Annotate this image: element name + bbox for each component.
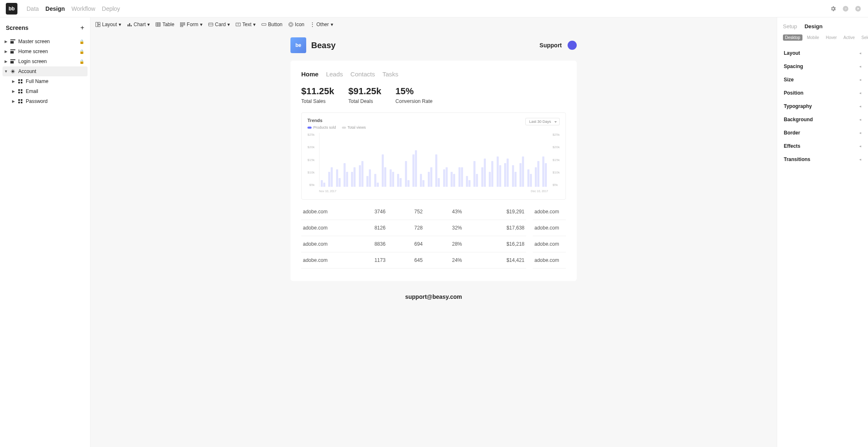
tb-other[interactable]: ⋮Other ▾ (310, 22, 333, 27)
x-end: Dec 10, 2017 (531, 190, 548, 193)
right-tab-design[interactable]: Design (805, 23, 822, 29)
tree-item-account[interactable]: ▼ Account (2, 66, 88, 76)
tb-card[interactable]: Card ▾ (208, 22, 230, 27)
svg-rect-6 (10, 51, 14, 54)
table-row[interactable]: adobe.com (533, 252, 566, 269)
device-desktop[interactable]: Desktop (783, 34, 802, 41)
play-icon[interactable] (854, 5, 862, 13)
gear-icon[interactable] (829, 5, 837, 13)
nav-data[interactable]: Data (27, 5, 39, 12)
canvas[interactable]: be Beasy Support Home Leads Contacts Tas… (290, 36, 577, 430)
add-screen-button[interactable]: + (80, 24, 84, 32)
stat-label: Total Deals (349, 98, 382, 104)
table-row[interactable]: adobe.com (533, 204, 566, 220)
tb-form[interactable]: Form ▾ (180, 22, 202, 27)
prop-section-border[interactable]: Border◂ (783, 126, 862, 139)
tree-label: Password (26, 98, 48, 104)
svg-rect-22 (96, 22, 98, 27)
stats-row: $11.25k Total Sales $91.25k Total Deals … (301, 86, 566, 104)
right-tab-setup[interactable]: Setup (783, 23, 797, 29)
tab-contacts[interactable]: Contacts (351, 71, 375, 78)
tree-item-password[interactable]: ▶ Password (0, 96, 90, 106)
tb-icon[interactable]: Icon (288, 22, 305, 27)
svg-rect-16 (18, 92, 20, 93)
svg-rect-5 (10, 49, 15, 50)
stat-conversion: 15% Conversion Rate (395, 86, 432, 104)
property-sections: Layout◂Spacing◂Size◂Position◂Typography◂… (783, 46, 862, 166)
tb-table[interactable]: Table (156, 22, 174, 27)
tree-label: Master screen (18, 39, 50, 44)
tables-row: adobe.com374675243%$19,291adobe.com81267… (301, 204, 566, 269)
device-active[interactable]: Active (841, 34, 857, 41)
prop-section-layout[interactable]: Layout◂ (783, 46, 862, 60)
svg-text:?: ? (845, 7, 847, 10)
left-panel: Screens + ▶ Master screen 🔒 ▶ Home scree… (0, 17, 90, 447)
chart-bars (319, 133, 548, 187)
grid-icon (17, 79, 23, 83)
tree-item-email[interactable]: ▶ Email (0, 86, 90, 96)
lock-icon: 🔒 (79, 39, 84, 44)
lock-icon: 🔒 (79, 49, 84, 54)
support-link[interactable]: Support (539, 42, 562, 49)
table-row[interactable]: adobe.com883669428%$16,218 (301, 236, 526, 252)
brand-name: Beasy (311, 41, 336, 50)
top-nav-links: Data Design Workflow Deploy (27, 5, 120, 12)
nav-design[interactable]: Design (46, 5, 65, 12)
tb-button[interactable]: Button (261, 22, 283, 27)
app-logo[interactable]: bb (6, 3, 17, 15)
svg-rect-26 (129, 23, 130, 27)
screen-icon (10, 49, 16, 54)
device-mobile[interactable]: Mobile (805, 34, 821, 41)
svg-rect-21 (21, 102, 22, 103)
tree-item-master[interactable]: ▶ Master screen 🔒 (0, 37, 90, 46)
tree-label: Login screen (18, 59, 47, 64)
svg-rect-14 (18, 89, 20, 91)
svg-rect-23 (98, 22, 100, 24)
device-hover[interactable]: Hover (824, 34, 839, 41)
table-row[interactable]: adobe.com812672832%$17,638 (301, 220, 526, 236)
tab-leads[interactable]: Leads (326, 71, 343, 78)
stat-value: 15% (395, 86, 432, 97)
component-toolbar: Layout ▾ Chart ▾ Table Form ▾ Card ▾ TTe… (90, 17, 777, 32)
nav-deploy[interactable]: Deploy (102, 5, 120, 12)
table-row[interactable]: adobe.com117364524%$14,421 (301, 252, 526, 269)
svg-rect-17 (21, 92, 22, 93)
tb-layout[interactable]: Layout ▾ (95, 22, 121, 27)
tree-label: Full Name (26, 78, 49, 84)
tree-item-home[interactable]: ▶ Home screen 🔒 (0, 46, 90, 56)
table-row[interactable]: adobe.com374675243%$19,291 (301, 204, 526, 220)
x-start: Nov 10, 2017 (319, 190, 336, 193)
tab-home[interactable]: Home (301, 71, 319, 78)
table-row[interactable]: adobe.com (533, 220, 566, 236)
avatar[interactable] (568, 41, 577, 50)
svg-rect-11 (21, 79, 22, 81)
table-row[interactable]: adobe.com (533, 236, 566, 252)
svg-rect-10 (18, 79, 20, 81)
tab-tasks[interactable]: Tasks (383, 71, 398, 78)
tree-item-fullname[interactable]: ▶ Full Name (0, 76, 90, 86)
svg-rect-35 (180, 26, 183, 27)
tree-item-login[interactable]: ▶ Login screen 🔒 (0, 56, 90, 66)
nav-workflow[interactable]: Workflow (71, 5, 95, 12)
dashboard-card: Home Leads Contacts Tasks $11.25k Total … (290, 61, 577, 281)
device-selected[interactable]: Selected (859, 34, 868, 41)
stat-total-deals: $91.25k Total Deals (349, 86, 382, 104)
help-icon[interactable]: ? (841, 5, 850, 13)
stat-label: Conversion Rate (395, 98, 432, 104)
tree-label: Account (18, 68, 36, 74)
prop-section-effects[interactable]: Effects◂ (783, 139, 862, 153)
screen-icon (10, 59, 16, 64)
svg-point-41 (290, 23, 292, 26)
prop-section-position[interactable]: Position◂ (783, 86, 862, 100)
prop-section-background[interactable]: Background◂ (783, 113, 862, 126)
prop-section-spacing[interactable]: Spacing◂ (783, 60, 862, 73)
tb-text[interactable]: TText ▾ (236, 22, 256, 27)
tb-chart[interactable]: Chart ▾ (127, 22, 150, 27)
prop-section-size[interactable]: Size◂ (783, 73, 862, 86)
prop-section-transitions[interactable]: Transitions◂ (783, 153, 862, 166)
lock-icon: 🔒 (79, 59, 84, 64)
tree-label: Home screen (18, 49, 48, 54)
chart-range-select[interactable]: Last 30 Days (525, 118, 560, 125)
svg-rect-18 (18, 99, 20, 101)
prop-section-typography[interactable]: Typography◂ (783, 100, 862, 113)
